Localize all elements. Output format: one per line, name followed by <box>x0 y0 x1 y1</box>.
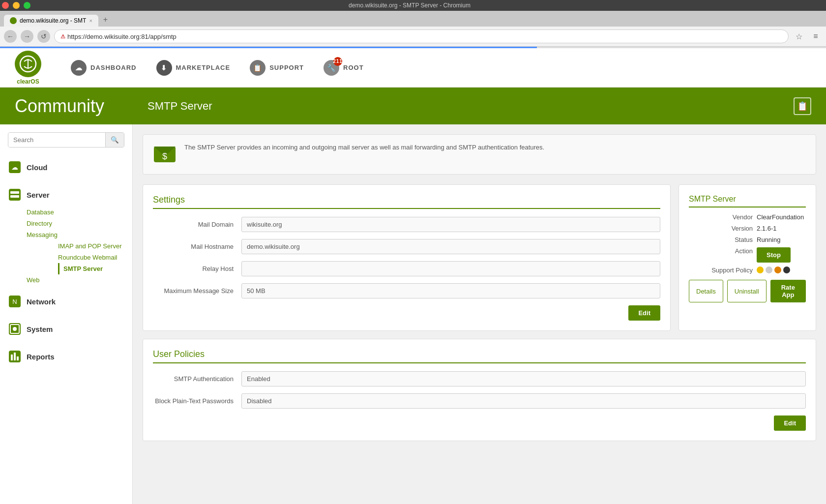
sidebar-reports-header[interactable]: Reports <box>0 345 132 368</box>
address-bar[interactable]: ⚠ https://demo.wikisuite.org:81/app/smtp <box>54 30 789 43</box>
form-row-relay-host: Relay Host <box>153 261 660 276</box>
browser-nav: ← → ↺ ⚠ https://demo.wikisuite.org:81/ap… <box>0 27 826 47</box>
uninstall-button[interactable]: Uninstall <box>727 280 767 302</box>
form-row-mail-domain: Mail Domain <box>153 217 660 232</box>
nav-support[interactable]: 📋 SUPPORT <box>250 60 304 76</box>
close-window-btn[interactable] <box>2 2 9 9</box>
sidebar-item-web[interactable]: Web <box>27 274 132 286</box>
search-box: 🔍 <box>8 132 124 148</box>
form-row-mail-hostname: Mail Hostname <box>153 239 660 254</box>
content-area: $ The SMTP Server provides an incoming a… <box>133 124 826 504</box>
support-dot-3 <box>774 267 781 273</box>
svg-point-10 <box>13 327 17 331</box>
smtp-auth-label: SMTP Authentication <box>153 375 241 383</box>
settings-card-title: Settings <box>153 195 660 209</box>
app-nav: ☁ DASHBOARD ⬇ MARKETPLACE 📋 SUPPORT 🔧 21… <box>71 60 364 76</box>
nav-dashboard-label: DASHBOARD <box>90 64 137 71</box>
minimize-window-btn[interactable] <box>13 2 20 9</box>
support-dot-1 <box>757 267 764 273</box>
tab-label: demo.wikisuite.org - SMT <box>20 17 86 24</box>
details-button[interactable]: Details <box>689 280 723 302</box>
banner-page-title: SMTP Server <box>148 100 794 113</box>
banner-page-icon: 📋 <box>794 97 811 115</box>
nav-marketplace[interactable]: ⬇ MARKETPLACE <box>156 60 231 76</box>
search-input[interactable] <box>8 133 105 147</box>
relay-host-field <box>241 261 660 276</box>
vendor-value: ClearFoundation <box>757 213 806 221</box>
nav-marketplace-label: MARKETPLACE <box>176 64 231 71</box>
new-tab-btn[interactable]: + <box>99 13 112 27</box>
action-label: Action <box>708 247 753 263</box>
status-label: Status <box>708 236 753 243</box>
sidebar-item-smtp[interactable]: SMTP Server <box>58 263 132 274</box>
smtp-app-icon: $ <box>153 143 177 166</box>
support-policy-value <box>757 267 806 274</box>
reload-btn[interactable]: ↺ <box>37 30 50 43</box>
system-label: System <box>27 325 53 333</box>
info-box: $ The SMTP Server provides an incoming a… <box>143 134 816 175</box>
vendor-row: Vendor ClearFoundation <box>689 213 806 221</box>
action-value: Stop <box>757 247 806 263</box>
sidebar-item-imap-pop[interactable]: IMAP and POP Server <box>58 240 132 252</box>
mail-hostname-input[interactable] <box>241 239 660 254</box>
logo-link[interactable]: clearOS <box>15 51 41 85</box>
max-message-size-input[interactable] <box>241 283 660 298</box>
block-plain-field <box>241 393 806 409</box>
browser-tabs: demo.wikisuite.org - SMT × + <box>0 11 826 27</box>
system-icon <box>8 322 22 336</box>
block-plain-input[interactable] <box>241 393 806 409</box>
rate-app-button[interactable]: Rate App <box>770 280 806 302</box>
settings-card: Settings Mail Domain Mail Hostname <box>143 184 671 331</box>
sidebar-section-cloud: ☁ Cloud <box>0 155 132 179</box>
window-buttons <box>2 2 34 9</box>
relay-host-input[interactable] <box>241 261 660 276</box>
mail-hostname-label: Mail Hostname <box>153 243 241 250</box>
root-icon-wrapper: 🔧 211 <box>324 60 339 76</box>
user-policies-title: User Policies <box>153 349 806 363</box>
user-policies-edit-button[interactable]: Edit <box>774 415 806 431</box>
form-row-block-plain: Block Plain-Text Passwords <box>153 393 806 409</box>
svg-rect-12 <box>11 355 13 360</box>
sidebar-system-header[interactable]: System <box>0 317 132 341</box>
browser-tab-active[interactable]: demo.wikisuite.org - SMT × <box>4 15 98 27</box>
action-row: Action Stop <box>689 247 806 263</box>
svg-text:N: N <box>12 298 17 305</box>
support-dots <box>757 267 806 273</box>
settings-edit-button[interactable]: Edit <box>628 305 660 321</box>
reports-label: Reports <box>27 353 55 361</box>
network-label: Network <box>27 297 56 306</box>
relay-host-label: Relay Host <box>153 265 241 272</box>
menu-btn[interactable]: ≡ <box>809 30 822 43</box>
tab-favicon <box>10 17 17 24</box>
sidebar-cloud-header[interactable]: ☁ Cloud <box>0 155 132 179</box>
network-icon: N <box>8 295 22 308</box>
sidebar-item-messaging[interactable]: Messaging <box>27 229 132 240</box>
sidebar-section-reports: Reports <box>0 345 132 368</box>
nav-root[interactable]: 🔧 211 ROOT <box>324 60 364 76</box>
support-dot-4 <box>783 267 790 273</box>
form-row-max-message-size: Maximum Message Size <box>153 283 660 298</box>
sidebar-server-header[interactable]: Server <box>0 183 132 207</box>
forward-btn[interactable]: → <box>21 30 33 43</box>
sidebar-item-database[interactable]: Database <box>27 207 132 218</box>
smtp-auth-input[interactable] <box>241 371 806 386</box>
search-button[interactable]: 🔍 <box>105 133 124 147</box>
sidebar-network-header[interactable]: N Network <box>0 290 132 313</box>
sidebar-item-directory[interactable]: Directory <box>27 218 132 229</box>
mail-domain-input[interactable] <box>241 217 660 232</box>
back-btn[interactable]: ← <box>4 30 17 43</box>
mail-domain-field <box>241 217 660 232</box>
stop-button[interactable]: Stop <box>757 247 791 263</box>
support-policy-label: Support Policy <box>708 267 753 274</box>
banner-community: Community <box>15 96 148 117</box>
sidebar-section-system: System <box>0 317 132 341</box>
star-btn[interactable]: ☆ <box>793 30 805 43</box>
nav-dashboard[interactable]: ☁ DASHBOARD <box>71 60 137 76</box>
status-value: Running <box>757 236 806 243</box>
sidebar-item-roundcube[interactable]: Roundcube Webmail <box>58 252 132 263</box>
logo-text: clearOS <box>17 78 39 85</box>
maximize-window-btn[interactable] <box>24 2 30 9</box>
nav-support-label: SUPPORT <box>269 64 304 71</box>
tab-close-btn[interactable]: × <box>89 18 92 24</box>
marketplace-icon: ⬇ <box>156 60 172 76</box>
